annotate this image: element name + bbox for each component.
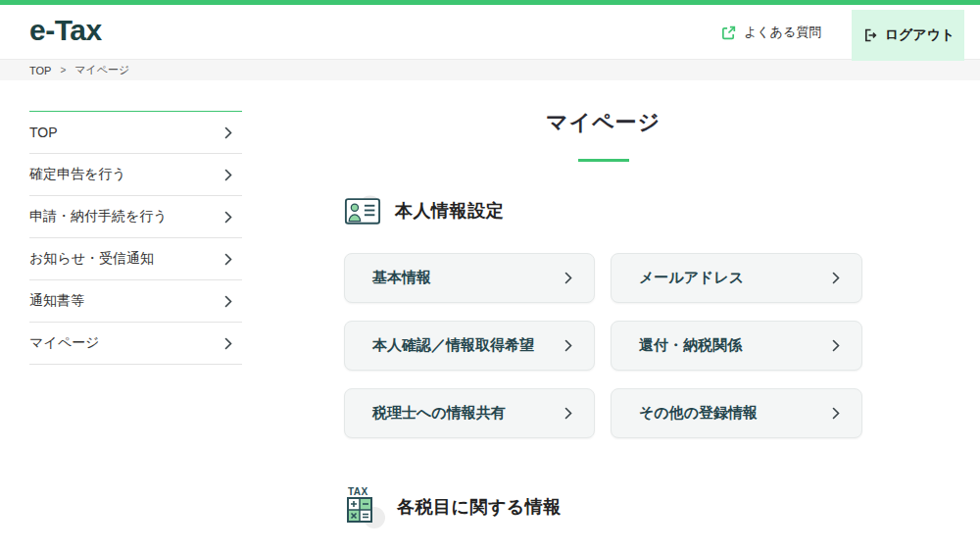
- sidebar-item-label: お知らせ・受信通知: [29, 250, 154, 268]
- personal-info-section-title: 本人情報設定: [395, 199, 504, 223]
- chevron-right-icon: [224, 169, 232, 181]
- tax-accountant-sharing-button[interactable]: 税理士への情報共有: [344, 388, 595, 438]
- e-tax-mypage: e-Tax よくある質問 ログアウト TOP > マイページ TOP: [0, 0, 980, 552]
- sidebar-item-label: 申請・納付手続を行う: [29, 208, 168, 226]
- title-underline: [578, 159, 629, 162]
- sidebar-item-notifications[interactable]: お知らせ・受信通知: [29, 238, 242, 280]
- personal-info-buttons: 基本情報 メールアドレス 本人確認／情報取得希望 還付・納税関係 税理士への情報…: [344, 253, 862, 438]
- logout-button[interactable]: ログアウト: [852, 10, 964, 61]
- sidebar-nav: TOP 確定申告を行う 申請・納付手続を行う お知らせ・受信通知 通知書等 マイ…: [29, 111, 242, 365]
- faq-link-label: よくある質問: [744, 24, 821, 41]
- chevron-right-icon: [564, 272, 572, 284]
- basic-info-button-label: 基本情報: [372, 269, 431, 287]
- chevron-right-icon: [564, 339, 572, 352]
- chevron-right-icon: [224, 295, 232, 308]
- chevron-right-icon: [224, 337, 232, 350]
- chevron-right-icon: [564, 407, 572, 420]
- page-title: マイページ: [344, 108, 862, 137]
- breadcrumb: TOP > マイページ: [0, 59, 980, 80]
- refund-tax-payment-button-label: 還付・納税関係: [639, 336, 742, 355]
- basic-info-button[interactable]: 基本情報: [344, 253, 595, 303]
- identity-verification-button[interactable]: 本人確認／情報取得希望: [344, 321, 595, 371]
- sidebar-item-application-payment[interactable]: 申請・納付手続を行う: [29, 196, 242, 238]
- sidebar-item-label: TOP: [29, 125, 58, 140]
- chevron-right-icon: [224, 253, 232, 266]
- site-header: e-Tax よくある質問 ログアウト: [0, 5, 980, 59]
- sidebar-item-mypage[interactable]: マイページ: [29, 323, 242, 365]
- email-address-button-label: メールアドレス: [639, 269, 744, 287]
- tax-icon-label: TAX: [348, 486, 368, 497]
- sidebar-item-label: マイページ: [29, 334, 99, 352]
- breadcrumb-home[interactable]: TOP: [29, 65, 51, 76]
- logout-icon: [861, 27, 877, 43]
- refund-tax-payment-button[interactable]: 還付・納税関係: [611, 321, 862, 371]
- external-link-icon: [721, 25, 736, 40]
- other-registration-button[interactable]: その他の登録情報: [611, 388, 862, 438]
- sidebar-item-tax-return[interactable]: 確定申告を行う: [29, 154, 242, 196]
- tax-items-section-header: TAX 各税目に関する情報: [344, 484, 862, 529]
- sidebar-item-label: 確定申告を行う: [29, 166, 126, 183]
- tax-items-section-title: 各税目に関する情報: [397, 495, 562, 519]
- chevron-right-icon: [224, 211, 232, 224]
- chevron-right-icon: [224, 126, 232, 139]
- other-registration-button-label: その他の登録情報: [639, 404, 758, 423]
- tax-accountant-sharing-button-label: 税理士への情報共有: [372, 404, 506, 423]
- breadcrumb-separator: >: [60, 65, 66, 75]
- faq-link[interactable]: よくある質問: [721, 24, 821, 41]
- sidebar-item-label: 通知書等: [29, 292, 84, 310]
- sidebar-item-notices[interactable]: 通知書等: [29, 280, 242, 323]
- chevron-right-icon: [832, 407, 840, 420]
- chevron-right-icon: [832, 339, 840, 352]
- sidebar-item-top[interactable]: TOP: [29, 112, 242, 154]
- chevron-right-icon: [832, 272, 840, 284]
- email-address-button[interactable]: メールアドレス: [611, 253, 862, 303]
- personal-info-section-header: 本人情報設定: [344, 194, 862, 226]
- breadcrumb-current: マイページ: [74, 63, 129, 77]
- e-tax-logo[interactable]: e-Tax: [29, 14, 102, 47]
- identity-verification-button-label: 本人確認／情報取得希望: [372, 336, 534, 355]
- logout-button-label: ログアウト: [885, 26, 956, 44]
- tax-calculator-icon: TAX: [344, 484, 385, 529]
- id-card-icon: [344, 194, 381, 226]
- main-panel: マイページ 本人情報設定 基本情報: [344, 108, 862, 529]
- content-area: TOP 確定申告を行う 申請・納付手続を行う お知らせ・受信通知 通知書等 マイ…: [0, 80, 980, 552]
